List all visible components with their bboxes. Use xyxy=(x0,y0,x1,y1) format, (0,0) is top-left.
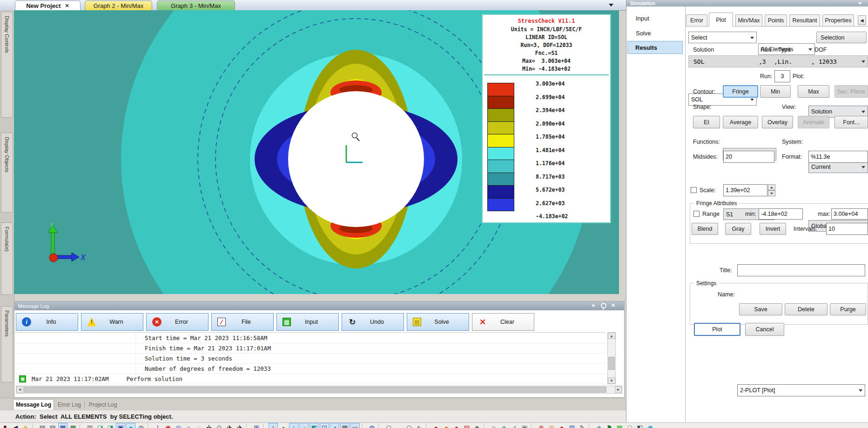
settings-name-dropdown[interactable]: 2-PLOT [Plot] xyxy=(737,384,865,396)
log-error-button[interactable]: ✕Error xyxy=(146,313,209,331)
toolbar-icon[interactable]: ● xyxy=(127,423,135,428)
toolbar-icon[interactable]: ● xyxy=(452,423,461,428)
select-mode-dropdown[interactable]: Select xyxy=(688,32,757,43)
average-button[interactable]: Average xyxy=(723,116,758,128)
tab-graph-2[interactable]: Graph 2 - Min/Max xyxy=(85,0,152,10)
range-max-input[interactable]: 3.00e+04 xyxy=(831,208,868,220)
toolbar-icon[interactable]: ≈ xyxy=(490,423,498,428)
scroll-right-icon[interactable]: ► xyxy=(615,386,622,393)
scroll-down-icon[interactable]: ▼ xyxy=(608,377,615,384)
et-button[interactable]: Et xyxy=(693,116,720,128)
toolbar-icon[interactable]: ▦ xyxy=(59,423,67,428)
toolbar-icon[interactable]: ◍ xyxy=(137,423,145,428)
delete-button[interactable]: Delete xyxy=(785,303,828,315)
message-log-titlebar[interactable]: Message Log ✕ xyxy=(14,301,624,310)
solution-list-row[interactable]: SOL ,3 ,Lin. , 12033 xyxy=(688,55,868,67)
scale-checkbox[interactable] xyxy=(691,187,697,193)
toolbar-icon[interactable]: I xyxy=(154,423,162,428)
log-info-button[interactable]: iInfo xyxy=(16,313,78,331)
toolbar-icon[interactable]: ◠ xyxy=(384,423,393,428)
title-input[interactable] xyxy=(737,264,865,276)
toolbar-icon[interactable]: ◎ xyxy=(547,423,556,428)
toolbar-icon[interactable]: ◎ xyxy=(174,423,182,428)
fringe-button[interactable]: Fringe xyxy=(723,85,758,98)
chevron-down-icon[interactable] xyxy=(858,2,862,5)
toolbar-icon[interactable]: ▮ xyxy=(1,423,9,428)
gray-button[interactable]: Gray xyxy=(725,223,751,235)
tab-new-project[interactable]: New Project ✕ xyxy=(15,0,81,10)
toolbar-icon[interactable]: ▭ xyxy=(351,423,359,428)
nav-results[interactable]: Results xyxy=(627,41,683,54)
range-min-input[interactable]: -4.18e+02 xyxy=(759,208,803,220)
blend-button[interactable]: Blend xyxy=(692,223,718,235)
pin-icon[interactable] xyxy=(601,303,606,308)
log-undo-button[interactable]: ↻Undo xyxy=(342,313,404,331)
toolbar-icon[interactable]: ⊙ xyxy=(215,423,223,428)
midsides-input[interactable]: 20 xyxy=(723,151,774,163)
toolbar-icon[interactable]: ▣ xyxy=(116,423,125,428)
overlay-button[interactable]: Overlay xyxy=(762,116,793,128)
nav-input[interactable]: Input xyxy=(636,15,649,22)
log-clear-button[interactable]: ✕Clear xyxy=(472,313,534,331)
toolbar-icon[interactable]: ● xyxy=(558,423,566,428)
tab-project-log[interactable]: Project Log xyxy=(87,399,119,410)
tab-message-log[interactable]: Message Log xyxy=(13,399,54,410)
toolbar-icon[interactable]: ↕ xyxy=(289,423,298,428)
toolbar-icon[interactable]: □ xyxy=(626,423,634,428)
font-button[interactable]: Font... xyxy=(834,116,868,128)
sidebar-item-display-objects[interactable]: Display Objects xyxy=(1,133,13,213)
spinner-up-icon[interactable] xyxy=(768,184,775,190)
log-input-button[interactable]: ▦Input xyxy=(276,313,339,331)
simulation-titlebar[interactable]: Simulation xyxy=(626,0,868,7)
min-button[interactable]: Min xyxy=(760,85,791,98)
toolbar-icon[interactable]: ▥ xyxy=(568,423,576,428)
invert-button[interactable]: Invert xyxy=(760,223,786,235)
tab-scroll-left-icon[interactable]: ◀ xyxy=(858,15,866,25)
run-input[interactable]: 3 xyxy=(774,70,790,82)
tab-graph-3[interactable]: Graph 3 - Min/Max xyxy=(157,0,235,10)
toolbar-icon[interactable]: ◑ xyxy=(330,423,339,428)
plot-button[interactable]: Plot xyxy=(694,323,740,336)
save-button[interactable]: Save xyxy=(739,303,782,315)
toolbar-icon[interactable]: ✓ xyxy=(510,423,518,428)
selection-button[interactable]: Selection xyxy=(816,32,867,43)
chevron-down-icon[interactable] xyxy=(592,305,595,307)
horizontal-scrollbar[interactable]: ◄ ► xyxy=(16,386,622,394)
toolbar-icon[interactable]: ▥ xyxy=(86,423,94,428)
toolbar-icon[interactable]: ⊞ xyxy=(252,423,261,428)
toolbar-icon[interactable]: ◪ xyxy=(96,423,104,428)
toolbar-icon[interactable]: ↕ xyxy=(269,423,277,428)
toolbar-icon[interactable]: ▪ xyxy=(279,423,288,428)
toolbar-icon[interactable]: ◩ xyxy=(310,423,318,428)
toolbar-icon[interactable]: ▤ xyxy=(463,423,471,428)
max-button[interactable]: Max xyxy=(798,85,829,98)
intervals-input[interactable]: 10 xyxy=(826,223,868,235)
scrollbar-thumb[interactable] xyxy=(608,357,615,370)
toolbar-icon[interactable]: ⚑ xyxy=(605,423,613,428)
toolbar-icon[interactable]: ✛ xyxy=(205,423,213,428)
close-icon[interactable]: ✕ xyxy=(65,3,69,9)
vertical-scrollbar[interactable]: ▲ ▼ xyxy=(607,332,616,384)
toolbar-icon[interactable]: ◠ xyxy=(405,423,413,428)
toolbar-icon[interactable]: ▤ xyxy=(48,423,57,428)
spinner-down-icon[interactable] xyxy=(768,190,775,196)
toolbar-icon[interactable]: ▦ xyxy=(69,423,77,428)
toolbar-icon[interactable]: ◆ xyxy=(473,423,481,428)
scroll-up-icon[interactable]: ▲ xyxy=(608,333,615,339)
tab-min-max[interactable]: Min/Max xyxy=(735,14,762,26)
toolbar-icon[interactable]: ◍ xyxy=(368,423,376,428)
close-icon[interactable]: ✕ xyxy=(611,302,615,308)
toolbar-icon[interactable]: ▤ xyxy=(38,423,47,428)
toolbar-icon[interactable]: ◧ xyxy=(636,423,644,428)
toolbar-icon[interactable]: ▣ xyxy=(520,423,529,428)
chevron-down-icon[interactable] xyxy=(609,4,613,7)
toolbar-icon[interactable]: ✈ xyxy=(236,423,244,428)
toolbar-icon[interactable]: ◉ xyxy=(646,423,654,428)
log-file-button[interactable]: ∕File xyxy=(211,313,274,331)
model-viewport[interactable]: X Y StressCheck V11.1 Units = INCH/LBF/S… xyxy=(14,10,619,294)
tab-resultant[interactable]: Resultant xyxy=(789,14,820,26)
toolbar-icon[interactable]: ◡ xyxy=(395,423,403,428)
range-checkbox[interactable] xyxy=(693,211,700,217)
toolbar-icon[interactable]: ☀ xyxy=(21,423,30,428)
tab-error[interactable]: Error xyxy=(686,14,707,26)
